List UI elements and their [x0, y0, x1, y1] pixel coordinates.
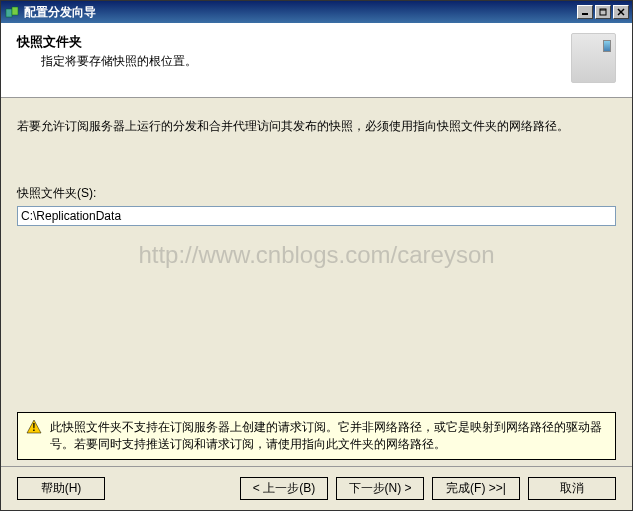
wizard-body: 若要允许订阅服务器上运行的分发和合并代理访问其发布的快照，必须使用指向快照文件夹…	[1, 98, 632, 236]
wizard-header: 快照文件夹 指定将要存储快照的根位置。	[1, 23, 632, 98]
cancel-button[interactable]: 取消	[528, 477, 616, 500]
finish-button[interactable]: 完成(F) >>|	[432, 477, 520, 500]
back-button[interactable]: < 上一步(B)	[240, 477, 328, 500]
help-button[interactable]: 帮助(H)	[17, 477, 105, 500]
page-title: 快照文件夹	[17, 33, 197, 51]
page-subtitle: 指定将要存储快照的根位置。	[41, 53, 197, 70]
app-icon	[4, 4, 20, 20]
watermark-text: http://www.cnblogs.com/careyson	[1, 241, 632, 269]
svg-text:!: !	[32, 422, 35, 433]
window-title: 配置分发向导	[24, 4, 577, 21]
snapshot-folder-label: 快照文件夹(S):	[17, 185, 616, 202]
maximize-button[interactable]	[595, 5, 611, 19]
close-button[interactable]	[613, 5, 629, 19]
window-controls	[577, 5, 629, 19]
minimize-button[interactable]	[577, 5, 593, 19]
wizard-graphic-icon	[571, 33, 616, 83]
warning-panel: ! 此快照文件夹不支持在订阅服务器上创建的请求订阅。它并非网络路径，或它是映射到…	[17, 412, 616, 460]
svg-rect-0	[6, 9, 12, 17]
svg-rect-1	[12, 7, 18, 15]
warning-icon: !	[26, 419, 42, 435]
warning-message: 此快照文件夹不支持在订阅服务器上创建的请求订阅。它并非网络路径，或它是映射到网络…	[50, 419, 607, 453]
wizard-footer: 帮助(H) < 上一步(B) 下一步(N) > 完成(F) >>| 取消	[1, 466, 632, 510]
next-button[interactable]: 下一步(N) >	[336, 477, 424, 500]
snapshot-folder-input[interactable]	[17, 206, 616, 226]
instruction-text: 若要允许订阅服务器上运行的分发和合并代理访问其发布的快照，必须使用指向快照文件夹…	[17, 118, 616, 135]
titlebar: 配置分发向导	[1, 1, 632, 23]
